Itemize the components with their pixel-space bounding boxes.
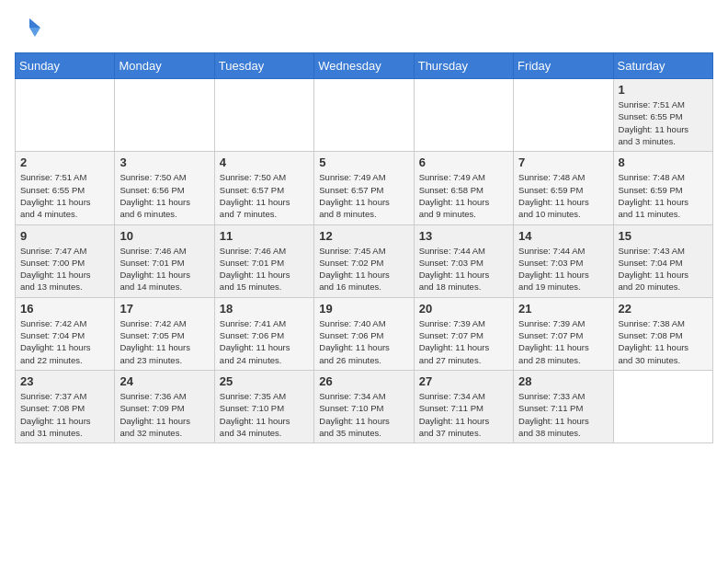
calendar-cell: 16Sunrise: 7:42 AM Sunset: 7:04 PM Dayli… — [16, 297, 115, 370]
calendar-cell: 13Sunrise: 7:44 AM Sunset: 7:03 PM Dayli… — [414, 224, 513, 297]
calendar-cell: 15Sunrise: 7:43 AM Sunset: 7:04 PM Dayli… — [613, 224, 712, 297]
day-number: 8 — [619, 155, 708, 169]
calendar-cell: 28Sunrise: 7:33 AM Sunset: 7:11 PM Dayli… — [514, 370, 613, 442]
day-number: 17 — [119, 302, 209, 316]
logo-icon — [17, 15, 42, 40]
calendar-cell: 18Sunrise: 7:41 AM Sunset: 7:06 PM Dayli… — [214, 297, 313, 370]
day-info: Sunrise: 7:41 AM Sunset: 7:06 PM Dayligh… — [220, 317, 309, 366]
day-info: Sunrise: 7:34 AM Sunset: 7:11 PM Dayligh… — [419, 390, 508, 439]
calendar-cell — [514, 79, 613, 152]
header-wednesday: Wednesday — [314, 53, 414, 79]
day-number: 19 — [319, 302, 408, 316]
day-number: 15 — [619, 229, 708, 243]
calendar-cell: 7Sunrise: 7:48 AM Sunset: 6:59 PM Daylig… — [514, 152, 613, 224]
day-info: Sunrise: 7:33 AM Sunset: 7:11 PM Dayligh… — [518, 390, 608, 439]
calendar-week-3: 9Sunrise: 7:47 AM Sunset: 7:00 PM Daylig… — [16, 224, 713, 297]
calendar-week-5: 23Sunrise: 7:37 AM Sunset: 7:08 PM Dayli… — [16, 370, 713, 442]
calendar-cell — [613, 370, 712, 442]
day-info: Sunrise: 7:50 AM Sunset: 6:57 PM Dayligh… — [220, 171, 309, 220]
day-info: Sunrise: 7:42 AM Sunset: 7:04 PM Dayligh… — [20, 317, 109, 366]
logo — [15, 15, 42, 45]
day-info: Sunrise: 7:35 AM Sunset: 7:10 PM Dayligh… — [220, 390, 309, 439]
day-info: Sunrise: 7:45 AM Sunset: 7:02 PM Dayligh… — [319, 245, 408, 293]
calendar-cell: 9Sunrise: 7:47 AM Sunset: 7:00 PM Daylig… — [16, 224, 115, 297]
calendar-cell: 14Sunrise: 7:44 AM Sunset: 7:03 PM Dayli… — [514, 224, 613, 297]
day-number: 25 — [220, 374, 309, 388]
calendar-cell: 27Sunrise: 7:34 AM Sunset: 7:11 PM Dayli… — [414, 370, 513, 442]
header-tuesday: Tuesday — [214, 53, 313, 79]
calendar-cell — [214, 79, 313, 152]
calendar-cell: 10Sunrise: 7:46 AM Sunset: 7:01 PM Dayli… — [115, 224, 214, 297]
day-number: 22 — [619, 302, 708, 316]
day-info: Sunrise: 7:39 AM Sunset: 7:07 PM Dayligh… — [518, 317, 608, 366]
calendar-cell: 1Sunrise: 7:51 AM Sunset: 6:55 PM Daylig… — [613, 79, 712, 152]
calendar-cell — [115, 79, 214, 152]
day-info: Sunrise: 7:49 AM Sunset: 6:58 PM Dayligh… — [419, 171, 508, 220]
header-sunday: Sunday — [16, 53, 115, 79]
calendar-cell: 5Sunrise: 7:49 AM Sunset: 6:57 PM Daylig… — [314, 152, 414, 224]
day-info: Sunrise: 7:40 AM Sunset: 7:06 PM Dayligh… — [319, 317, 408, 366]
day-number: 10 — [119, 229, 209, 243]
day-number: 6 — [419, 155, 508, 169]
day-number: 12 — [319, 229, 408, 243]
calendar-cell: 20Sunrise: 7:39 AM Sunset: 7:07 PM Dayli… — [414, 297, 513, 370]
day-number: 16 — [20, 302, 109, 316]
day-number: 3 — [119, 155, 209, 169]
day-number: 14 — [518, 229, 608, 243]
day-info: Sunrise: 7:50 AM Sunset: 6:56 PM Dayligh… — [119, 171, 209, 220]
calendar-cell: 11Sunrise: 7:46 AM Sunset: 7:01 PM Dayli… — [214, 224, 313, 297]
day-number: 27 — [419, 374, 508, 388]
calendar-cell: 17Sunrise: 7:42 AM Sunset: 7:05 PM Dayli… — [115, 297, 214, 370]
calendar-cell: 8Sunrise: 7:48 AM Sunset: 6:59 PM Daylig… — [613, 152, 712, 224]
day-number: 4 — [220, 155, 309, 169]
day-info: Sunrise: 7:47 AM Sunset: 7:00 PM Dayligh… — [20, 245, 109, 293]
svg-marker-1 — [29, 28, 40, 37]
calendar-cell — [314, 79, 414, 152]
calendar-cell: 12Sunrise: 7:45 AM Sunset: 7:02 PM Dayli… — [314, 224, 414, 297]
day-number: 9 — [20, 229, 109, 243]
calendar-cell: 25Sunrise: 7:35 AM Sunset: 7:10 PM Dayli… — [214, 370, 313, 442]
calendar-cell: 19Sunrise: 7:40 AM Sunset: 7:06 PM Dayli… — [314, 297, 414, 370]
day-number: 2 — [20, 155, 109, 169]
day-number: 18 — [220, 302, 309, 316]
day-info: Sunrise: 7:34 AM Sunset: 7:10 PM Dayligh… — [319, 390, 408, 439]
header-thursday: Thursday — [414, 53, 513, 79]
day-info: Sunrise: 7:48 AM Sunset: 6:59 PM Dayligh… — [619, 171, 708, 220]
header-friday: Friday — [514, 53, 613, 79]
day-info: Sunrise: 7:38 AM Sunset: 7:08 PM Dayligh… — [619, 317, 708, 366]
day-number: 21 — [518, 302, 608, 316]
day-number: 28 — [518, 374, 608, 388]
day-info: Sunrise: 7:49 AM Sunset: 6:57 PM Dayligh… — [319, 171, 408, 220]
calendar-week-1: 1Sunrise: 7:51 AM Sunset: 6:55 PM Daylig… — [16, 79, 713, 152]
calendar-cell: 22Sunrise: 7:38 AM Sunset: 7:08 PM Dayli… — [613, 297, 712, 370]
svg-marker-0 — [29, 18, 40, 28]
day-number: 23 — [20, 374, 109, 388]
header-saturday: Saturday — [613, 53, 712, 79]
weekday-header-row: SundayMondayTuesdayWednesdayThursdayFrid… — [16, 53, 713, 79]
calendar-cell: 23Sunrise: 7:37 AM Sunset: 7:08 PM Dayli… — [16, 370, 115, 442]
calendar-week-4: 16Sunrise: 7:42 AM Sunset: 7:04 PM Dayli… — [16, 297, 713, 370]
day-info: Sunrise: 7:46 AM Sunset: 7:01 PM Dayligh… — [119, 245, 209, 293]
calendar-cell: 6Sunrise: 7:49 AM Sunset: 6:58 PM Daylig… — [414, 152, 513, 224]
calendar-cell — [16, 79, 115, 152]
calendar-cell: 21Sunrise: 7:39 AM Sunset: 7:07 PM Dayli… — [514, 297, 613, 370]
day-number: 24 — [119, 374, 209, 388]
day-info: Sunrise: 7:51 AM Sunset: 6:55 PM Dayligh… — [619, 98, 708, 147]
calendar-cell: 26Sunrise: 7:34 AM Sunset: 7:10 PM Dayli… — [314, 370, 414, 442]
day-number: 13 — [419, 229, 508, 243]
calendar-cell: 2Sunrise: 7:51 AM Sunset: 6:55 PM Daylig… — [16, 152, 115, 224]
day-info: Sunrise: 7:44 AM Sunset: 7:03 PM Dayligh… — [419, 245, 508, 293]
calendar-table: SundayMondayTuesdayWednesdayThursdayFrid… — [15, 52, 713, 443]
calendar-cell — [414, 79, 513, 152]
day-info: Sunrise: 7:44 AM Sunset: 7:03 PM Dayligh… — [518, 245, 608, 293]
header-monday: Monday — [115, 53, 214, 79]
day-info: Sunrise: 7:39 AM Sunset: 7:07 PM Dayligh… — [419, 317, 508, 366]
logo-text — [15, 15, 42, 45]
day-info: Sunrise: 7:46 AM Sunset: 7:01 PM Dayligh… — [220, 245, 309, 293]
day-number: 5 — [319, 155, 408, 169]
calendar-cell: 3Sunrise: 7:50 AM Sunset: 6:56 PM Daylig… — [115, 152, 214, 224]
calendar-cell: 4Sunrise: 7:50 AM Sunset: 6:57 PM Daylig… — [214, 152, 313, 224]
day-info: Sunrise: 7:48 AM Sunset: 6:59 PM Dayligh… — [518, 171, 608, 220]
day-info: Sunrise: 7:37 AM Sunset: 7:08 PM Dayligh… — [20, 390, 109, 439]
day-number: 26 — [319, 374, 408, 388]
